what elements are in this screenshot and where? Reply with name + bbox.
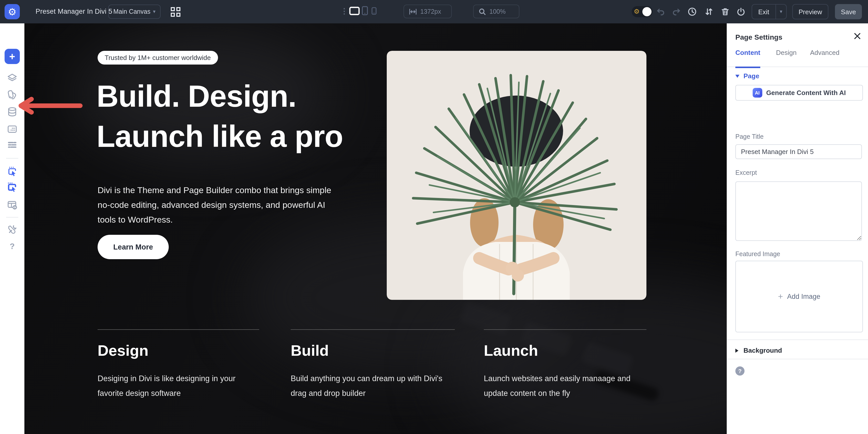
- generate-content-ai-button[interactable]: AI Generate Content With AI: [735, 85, 863, 101]
- zoom-level-value: 100%: [489, 8, 506, 15]
- excerpt-label: Excerpt: [735, 169, 757, 176]
- exit-button-label: Exit: [752, 5, 775, 19]
- tablet-view-button[interactable]: [362, 6, 368, 15]
- history-clock-icon[interactable]: [688, 7, 697, 16]
- add-image-label: Add Image: [787, 293, 820, 300]
- grid-view-icon[interactable]: [171, 7, 180, 17]
- panel-tabs: Content Design Advanced: [727, 49, 868, 67]
- help-icon[interactable]: ?: [7, 241, 18, 252]
- toggle-knob: [642, 7, 652, 16]
- canvas-selector-dropdown[interactable]: Main Canvas ▾: [108, 5, 161, 19]
- tab-design[interactable]: Design: [776, 49, 797, 67]
- interaction-mode-icon[interactable]: [7, 181, 18, 193]
- phone-view-button[interactable]: [371, 7, 377, 15]
- feature-column: Build Build anything you can dream up wi…: [291, 329, 455, 401]
- tab-content[interactable]: Content: [735, 49, 760, 68]
- panel-title: Page Settings: [735, 33, 782, 41]
- canvas-width-input[interactable]: 1372px: [404, 5, 452, 18]
- divi-builder-app: ⚙ Preset Manager In Divi 5 Main Canvas ▾…: [0, 0, 868, 434]
- sort-layers-icon[interactable]: [704, 7, 714, 16]
- exit-button[interactable]: Exit ▾: [752, 4, 787, 19]
- ai-badge-icon: AI: [752, 88, 762, 98]
- column-title: Launch: [484, 342, 646, 359]
- feature-column: Launch Launch websites and easily manaag…: [484, 329, 646, 401]
- trust-badge: Trusted by 1M+ customer worldwide: [98, 51, 218, 65]
- divi-logo-gear-button[interactable]: ⚙: [5, 4, 20, 19]
- wireframe-rows-icon[interactable]: [7, 139, 18, 150]
- column-text: Desiging in Divi is like designing in yo…: [98, 371, 259, 401]
- layers-icon[interactable]: [7, 73, 18, 84]
- column-text: Build anything you can dream up with Div…: [291, 371, 455, 401]
- document-title: Preset Manager In Divi 5: [36, 8, 112, 15]
- learn-more-button[interactable]: Learn More: [98, 235, 169, 259]
- add-image-dropzone[interactable]: + Add Image: [735, 261, 863, 332]
- chevron-down-icon: ▾: [780, 9, 782, 14]
- page-section-label: Page: [743, 72, 759, 80]
- feature-column: Design Desiging in Divi is like designin…: [98, 329, 259, 401]
- page-title-input[interactable]: [735, 144, 862, 159]
- preset-manager-icon[interactable]: [7, 123, 18, 135]
- canvas-width-value: 1372px: [420, 8, 441, 15]
- layout-visibility-icon[interactable]: [7, 199, 18, 210]
- desktop-view-button[interactable]: [349, 7, 360, 15]
- database-icon[interactable]: [7, 106, 18, 117]
- hero-paragraph: Divi is the Theme and Page Builder combo…: [98, 183, 332, 227]
- excerpt-textarea[interactable]: [735, 181, 862, 241]
- palm-leaf-woman-illustration: [387, 51, 646, 300]
- page-title-label: Page Title: [735, 133, 764, 140]
- sidebar-divider: [6, 217, 18, 218]
- plus-icon: +: [9, 51, 15, 61]
- panel-divider: [727, 339, 868, 340]
- top-toolbar: ⚙ Preset Manager In Divi 5 Main Canvas ▾…: [0, 0, 868, 23]
- ai-button-label: Generate Content With AI: [766, 89, 846, 97]
- plus-icon: +: [778, 291, 783, 302]
- trash-icon[interactable]: [721, 7, 730, 16]
- triangle-right-icon: [735, 348, 738, 352]
- preview-button[interactable]: Preview: [792, 4, 828, 19]
- column-divider: [98, 329, 259, 330]
- magnifier-icon: [479, 8, 486, 15]
- column-divider: [484, 329, 646, 330]
- sun-gear-icon: ⚙: [634, 8, 640, 15]
- column-title: Design: [98, 342, 259, 359]
- close-icon[interactable]: [853, 32, 862, 41]
- builder-theme-toggle[interactable]: ⚙: [632, 6, 653, 17]
- exit-options-caret[interactable]: ▾: [775, 5, 786, 19]
- column-text: Launch websites and easily manaage and u…: [484, 371, 646, 401]
- hero-image: [387, 51, 646, 300]
- width-arrows-icon: [409, 8, 417, 14]
- add-module-button[interactable]: +: [5, 49, 20, 64]
- kebab-menu-icon[interactable]: ⋮: [340, 7, 348, 16]
- redo-button[interactable]: [672, 7, 681, 16]
- triangle-down-icon: [735, 74, 739, 78]
- left-toolbar: +: [0, 23, 24, 434]
- tools-icon[interactable]: [7, 224, 18, 235]
- chevron-down-icon: ▾: [153, 9, 156, 14]
- design-swatches-icon[interactable]: [7, 89, 18, 100]
- background-section-toggle[interactable]: Background: [735, 347, 782, 354]
- undo-button[interactable]: [656, 7, 665, 16]
- page-canvas: Trusted by 1M+ customer worldwide Build.…: [24, 23, 727, 434]
- gear-icon: ⚙: [8, 7, 17, 17]
- column-title: Build: [291, 342, 455, 359]
- page-settings-panel: Page Settings Content Design Advanced Pa…: [727, 23, 868, 434]
- background-section-label: Background: [743, 347, 782, 354]
- canvas-selector-value: Main Canvas: [113, 8, 150, 15]
- tab-advanced[interactable]: Advanced: [810, 49, 840, 67]
- power-icon[interactable]: [736, 7, 746, 16]
- page-section-toggle[interactable]: Page: [735, 72, 759, 80]
- sidebar-divider: [6, 158, 18, 159]
- zoom-level-input[interactable]: 100%: [473, 5, 519, 18]
- panel-help-icon[interactable]: ?: [735, 366, 745, 376]
- featured-image-label: Featured Image: [735, 251, 780, 258]
- column-divider: [291, 329, 455, 330]
- save-button[interactable]: Save: [835, 4, 862, 19]
- panel-divider: [727, 359, 868, 359]
- click-mode-icon[interactable]: [7, 166, 18, 177]
